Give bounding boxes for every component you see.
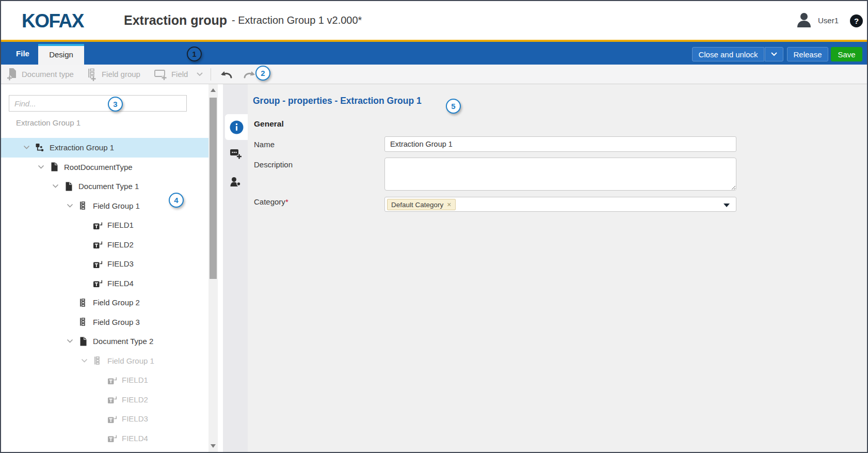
callout-2: 2 [255,66,270,81]
field-group-icon [77,298,89,308]
tree-item-label: FIELD4 [107,279,134,288]
pinned-group-label: Extraction Group 1 [16,118,81,127]
tab-design[interactable]: Design [38,44,84,65]
tree-item-label: Field Group 2 [93,298,140,307]
properties-tab-strip [223,84,248,452]
tree-item-label: Document Type 2 [93,337,153,346]
tree-scrollbar[interactable] [208,84,218,452]
tab-annotations[interactable] [229,147,242,160]
close-and-unlock-menu-button[interactable] [765,47,783,61]
tree-item-label: FIELD2 [107,240,134,249]
tree-item-label: Document Type 1 [78,182,139,191]
tab-file[interactable]: File [11,42,34,65]
tree-item[interactable]: FIELD4 [1,429,208,448]
tree-item-label: FIELD3 [122,414,148,423]
app-window: KOFAX Extraction group - Extraction Grou… [0,0,868,453]
tree: Extraction Group 1RootDocumentTypeDocume… [1,138,208,448]
tab-general-info[interactable] [225,114,248,140]
find-input[interactable] [9,95,187,112]
add-document-type-label: Document type [22,70,74,79]
tree-item[interactable]: Field Group 2 [1,293,208,313]
toolbar-separator [211,68,211,81]
chevron-down-icon [770,52,778,57]
info-icon [230,120,244,134]
help-button[interactable]: ? [850,14,863,27]
category-label: Category* [254,197,288,206]
field-icon [92,220,103,230]
chevron-down-icon[interactable] [19,145,34,150]
callout-4: 4 [169,193,184,208]
extraction-group-icon [34,143,45,153]
add-field-label: Field [171,70,188,79]
field-icon [106,375,118,385]
close-and-unlock-button[interactable]: Close and unlock [692,47,764,61]
tree-item-label: Field Group 1 [93,201,140,210]
add-field-group-button[interactable]: Field group [86,68,140,81]
ribbon: File Design Close and unlock Release Sav… [1,42,867,65]
chevron-down-icon[interactable] [196,72,203,77]
tree-item[interactable]: FIELD2 [1,390,208,410]
tree-item-label: FIELD4 [122,434,148,443]
add-document-type-button[interactable]: Document type [6,68,74,81]
required-mark: * [285,197,288,206]
undo-button[interactable] [219,69,233,80]
tree-item[interactable]: FIELD2 [1,235,208,255]
app-title: Extraction group [124,13,227,28]
window-title: Extraction group - Extraction Group 1 v2… [124,1,362,40]
tree-item[interactable]: FIELD4 [1,274,208,293]
callout-1: 1 [187,46,202,61]
header: KOFAX Extraction group - Extraction Grou… [1,1,867,40]
document-title: - Extraction Group 1 v2.000* [232,14,362,26]
field-group-icon [77,200,89,211]
field-group-add-icon [86,68,99,81]
chevron-down-icon[interactable] [47,183,63,189]
kofax-logo: KOFAX [22,10,84,32]
scrollbar-thumb[interactable] [210,98,217,279]
chevron-down-icon[interactable] [62,203,77,209]
category-combobox[interactable]: Default Category × [384,197,736,212]
tag-remove-icon[interactable]: × [447,200,451,209]
callout-5: 5 [446,99,461,114]
tree-item[interactable]: Document Type 2 [1,332,208,351]
name-label: Name [254,140,275,149]
redo-button[interactable] [243,69,256,80]
tree-item[interactable]: FIELD1 [1,370,208,390]
field-group-icon [77,317,89,327]
active-tab-accent [38,44,84,46]
tree-item[interactable]: RootDocumentType [1,158,208,177]
tab-users[interactable] [229,176,242,189]
field-icon [106,414,118,424]
tree-item[interactable]: Field Group 1 [1,351,208,371]
tab-design-label: Design [49,50,73,59]
properties-panel: Group - properties - Extraction Group 1 … [248,84,867,452]
add-field-button[interactable]: Field [154,68,204,81]
chevron-down-icon[interactable] [62,338,77,344]
tree-item-label: Field Group 3 [93,318,140,326]
field-group-icon [92,355,103,366]
tree-item-label: Field Group 1 [107,356,154,365]
tree-item-label: FIELD1 [122,376,148,384]
release-button[interactable]: Release [787,47,828,61]
tree-item-label: FIELD2 [122,395,148,404]
tree-item[interactable]: Extraction Group 1 [1,138,208,158]
tree-item-label: RootDocumentType [64,163,133,171]
tree-item[interactable]: FIELD1 [1,215,208,235]
chevron-down-icon[interactable] [76,358,92,364]
tree-item-label: FIELD1 [107,221,134,229]
field-icon [106,433,118,443]
user-avatar-icon [795,11,813,29]
field-icon [106,394,118,404]
scroll-down-icon[interactable] [211,444,216,448]
chevron-down-icon[interactable] [33,164,49,170]
tree-item[interactable]: FIELD3 [1,409,208,429]
tree-item[interactable]: Field Group 3 [1,313,208,332]
scroll-up-icon[interactable] [211,88,216,92]
tree-item-label: FIELD3 [107,259,134,268]
save-button[interactable]: Save [831,47,862,61]
field-add-icon [154,68,168,81]
toolbar: Document type Field group Field [1,65,867,84]
dropdown-caret-icon[interactable] [724,204,730,207]
name-field[interactable] [384,136,736,152]
tree-item[interactable]: FIELD3 [1,254,208,274]
description-field[interactable] [384,158,736,191]
